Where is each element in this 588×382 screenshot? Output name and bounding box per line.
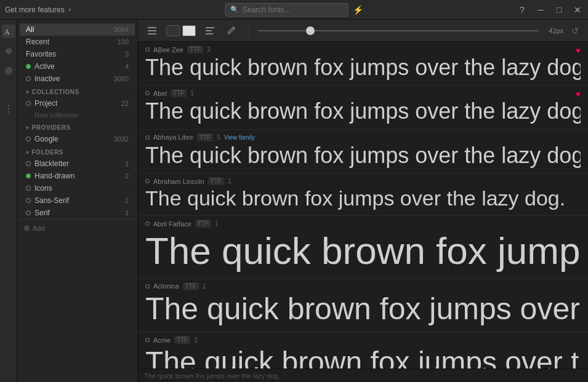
google-count: 3032 (114, 135, 129, 143)
font-tag-label: TTF (171, 89, 187, 97)
sidebar-icon-fonts[interactable]: A (2, 25, 15, 38)
sidebar-item-inactive[interactable]: Inactive 3080 (20, 73, 135, 85)
sidebar-icon-strip: A (0, 20, 17, 382)
toolbar-divider (249, 25, 249, 36)
svg-point-4 (7, 105, 9, 106)
svg-point-5 (7, 108, 9, 109)
app-menu-label[interactable]: Get more features (5, 6, 65, 14)
collections-chevron: ▾ (26, 89, 30, 95)
font-meta: Abraham LincolnTTF1 (145, 177, 581, 185)
add-button[interactable]: ⊕ Add (17, 219, 137, 236)
inactive-dot (26, 76, 31, 81)
pin-icon[interactable]: 📌 (560, 134, 569, 143)
font-preview-text: The quick brown fox jumps over the lazy … (145, 98, 581, 124)
font-preview-text: The quick brown fox jumps over the lazy … (145, 143, 581, 168)
handdrawn-count: 2 (125, 172, 129, 180)
edit-text-button[interactable] (224, 23, 240, 39)
svg-point-2 (6, 68, 12, 74)
pin-icon[interactable]: 📌 (560, 336, 569, 345)
favorite-heart-icon[interactable]: ♥ (576, 89, 581, 99)
sansserif-count: 2 (125, 197, 129, 204)
sidebar-item-favorites[interactable]: Favorites 3 (20, 48, 135, 60)
font-name-label: Abril Fatface (153, 220, 191, 228)
sidebar-icon-settings[interactable] (2, 44, 15, 58)
font-item: AclonicaTTF1The quick brown fox jumps ov… (138, 279, 588, 333)
size-slider-container: 42px ↺ (258, 24, 582, 38)
sidebar-item-project[interactable]: Project 22 (20, 97, 135, 109)
heart-outline-icon[interactable]: ♡ (573, 133, 581, 143)
heart-outline-icon[interactable]: ♡ (573, 336, 581, 346)
dark-swatch[interactable] (166, 25, 180, 36)
inactive-label: Inactive (34, 74, 60, 83)
svg-rect-10 (206, 27, 214, 28)
font-preview-text: The quick brown fox jumps over the lazy … (145, 55, 581, 80)
blackletter-count: 1 (125, 160, 129, 167)
font-tag-label: TTF (197, 133, 213, 141)
svg-point-3 (7, 70, 10, 72)
sidebar: All 3084 Recent 100 Favorites 3 Active (0, 20, 138, 382)
handdrawn-label: Hand-drawn (34, 172, 75, 180)
font-preview-text: The quick brown fox jumps over the lazy … (145, 229, 581, 273)
search-input[interactable] (243, 6, 329, 14)
sidebar-item-blackletter[interactable]: Blackletter 1 (20, 157, 135, 170)
font-meta: AbelTTF1 (145, 89, 581, 97)
sidebar-item-recent[interactable]: Recent 100 (20, 36, 135, 48)
sidebar-item-active[interactable]: Active 4 (20, 60, 135, 73)
heart-outline-icon[interactable]: ♡ (573, 282, 581, 292)
folders-header[interactable]: ▾ FOLDERS (20, 145, 135, 157)
favorite-heart-icon[interactable]: ♥ (576, 46, 581, 55)
reset-size-button[interactable]: ↺ (568, 24, 582, 38)
sidebar-item-icons[interactable]: Icons (20, 182, 135, 194)
project-count: 22 (121, 100, 129, 107)
title-bar-right: ? ─ □ ✕ (517, 4, 583, 15)
font-name-label: Abel (153, 90, 167, 97)
sidebar-item-all[interactable]: All 3084 (20, 23, 135, 36)
font-item: Abril FatfaceTTF1The quick brown fox jum… (138, 216, 588, 278)
pin-icon[interactable]: 📌 (560, 220, 569, 229)
font-item: Abhaya LibreTTF5View familyThe quick bro… (138, 130, 588, 173)
new-collection-label[interactable]: New collection (20, 109, 135, 121)
close-button[interactable]: ✕ (572, 4, 583, 15)
size-value: 42px (544, 27, 563, 34)
font-preview-text: The quick brown fox jumps over the lazy … (145, 186, 581, 210)
lightning-icon[interactable]: ⚡ (353, 5, 363, 15)
sidebar-item-serif[interactable]: Serif 1 (20, 207, 135, 219)
view-family-link[interactable]: View family (224, 134, 255, 141)
font-meta: ABee ZeeTTF2 (145, 46, 581, 54)
providers-header[interactable]: ▾ PROVIDERS (20, 121, 135, 133)
add-plus-icon: ⊕ (23, 223, 30, 233)
font-style-count: 1 (228, 178, 232, 185)
sidebar-icon-more[interactable] (2, 102, 15, 116)
pin-icon[interactable]: 📌 (560, 283, 569, 292)
project-dot (26, 101, 31, 106)
search-icon: 🔍 (230, 6, 239, 14)
font-status-dot (145, 91, 150, 95)
favorites-count: 3 (125, 50, 129, 58)
folders-chevron: ▾ (26, 149, 30, 156)
size-slider[interactable] (258, 30, 539, 31)
font-status-dot (145, 179, 150, 183)
collections-header[interactable]: ▾ COLLECTIONS (20, 85, 135, 97)
minimize-button[interactable]: ─ (535, 4, 546, 15)
font-style-count: 2 (207, 46, 211, 53)
font-tag-label: TTF (187, 46, 203, 54)
handdrawn-dot (26, 173, 31, 178)
pin-icon[interactable]: 📌 (560, 178, 569, 186)
sidebar-item-sansserif[interactable]: Sans-Serif 2 (20, 194, 135, 207)
svg-rect-12 (206, 33, 213, 34)
all-count: 3084 (114, 26, 129, 33)
align-button[interactable] (202, 23, 218, 39)
heart-outline-icon[interactable]: ♡ (573, 220, 581, 229)
sidebar-icon-plugins[interactable] (2, 64, 15, 78)
sidebar-item-google[interactable]: Google 3032 (20, 133, 135, 145)
font-tag-label: TTF (208, 177, 224, 185)
help-button[interactable]: ? (517, 4, 528, 15)
list-view-button[interactable] (144, 23, 160, 39)
font-tag-label: TTF (183, 282, 199, 290)
search-box[interactable]: 🔍 (225, 3, 348, 17)
sidebar-item-handdrawn[interactable]: Hand-drawn 2 (20, 170, 135, 182)
light-swatch[interactable] (182, 25, 196, 36)
favorites-label: Favorites (26, 50, 56, 58)
heart-outline-icon[interactable]: ♡ (573, 177, 581, 187)
maximize-button[interactable]: □ (554, 4, 565, 15)
